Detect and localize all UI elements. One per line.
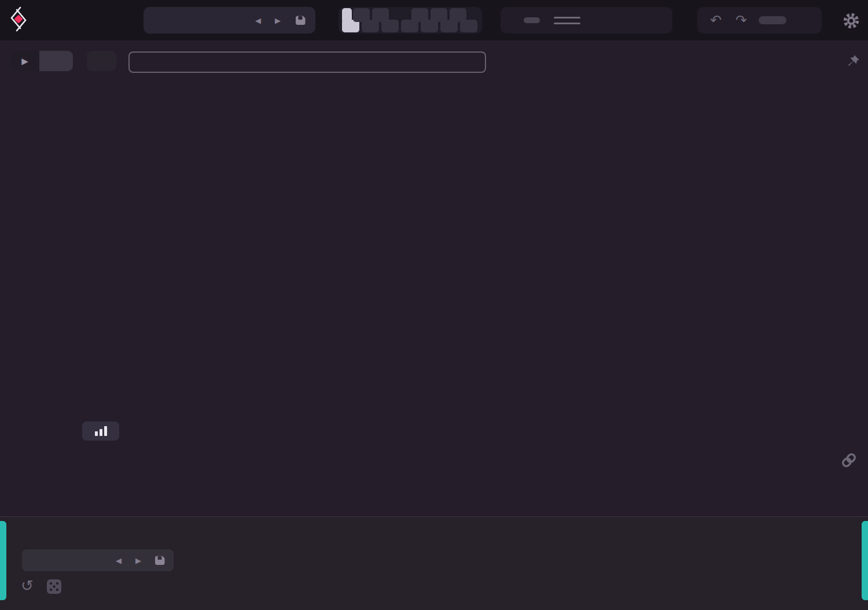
effect-preset-next-button[interactable]: ▶ [128, 556, 148, 565]
mix-drag-handle[interactable] [554, 17, 580, 24]
mix-controls [501, 7, 672, 34]
bar-chart-icon [104, 426, 107, 436]
effectrix-window: ◀ ▶ [0, 0, 868, 610]
panel-accent-bar-right [862, 521, 868, 600]
randomize-dice-button[interactable] [46, 579, 62, 594]
effect-preset-selector[interactable]: ◀ ▶ [22, 549, 174, 571]
effect-edit-panel: ◀ ▶ ↺ [0, 516, 868, 610]
panel-accent-bar-left [0, 521, 6, 600]
effect-preset-prev-button[interactable]: ◀ [109, 556, 128, 565]
preset-next-button[interactable]: ▶ [268, 16, 288, 25]
pattern-keys [353, 8, 477, 32]
pin-icon[interactable] [844, 54, 860, 70]
logo-diamond-icon [7, 6, 30, 32]
redo-button[interactable]: ↷ [729, 9, 754, 32]
undo-button[interactable]: ↶ [703, 9, 729, 32]
automation-mode-button[interactable] [82, 422, 119, 441]
pattern-selector[interactable] [339, 7, 482, 34]
bar-chart-icon [95, 431, 98, 436]
top-bar: ◀ ▶ [0, 0, 868, 40]
save-effect-preset-icon[interactable] [153, 553, 167, 567]
bar-chart-icon [100, 429, 102, 436]
edit-controls: ↶ ↷ [697, 7, 822, 34]
play-button[interactable]: ▶ [10, 51, 39, 71]
settings-gear-icon[interactable] [843, 12, 860, 29]
swing-button[interactable] [759, 16, 786, 24]
global-preset-selector[interactable]: ◀ ▶ [144, 7, 315, 34]
save-preset-icon[interactable] [293, 13, 307, 27]
step-rate-button[interactable] [87, 51, 116, 71]
loop-range-outline[interactable] [128, 51, 486, 73]
link-icon[interactable] [840, 452, 858, 469]
host-sync-button[interactable] [39, 51, 73, 71]
app-logo [7, 6, 35, 32]
preset-prev-button[interactable]: ◀ [248, 16, 268, 25]
drywet-toggle[interactable] [524, 17, 540, 23]
transport-controls: ▶ [10, 51, 73, 71]
reset-params-button[interactable]: ↺ [21, 577, 34, 594]
